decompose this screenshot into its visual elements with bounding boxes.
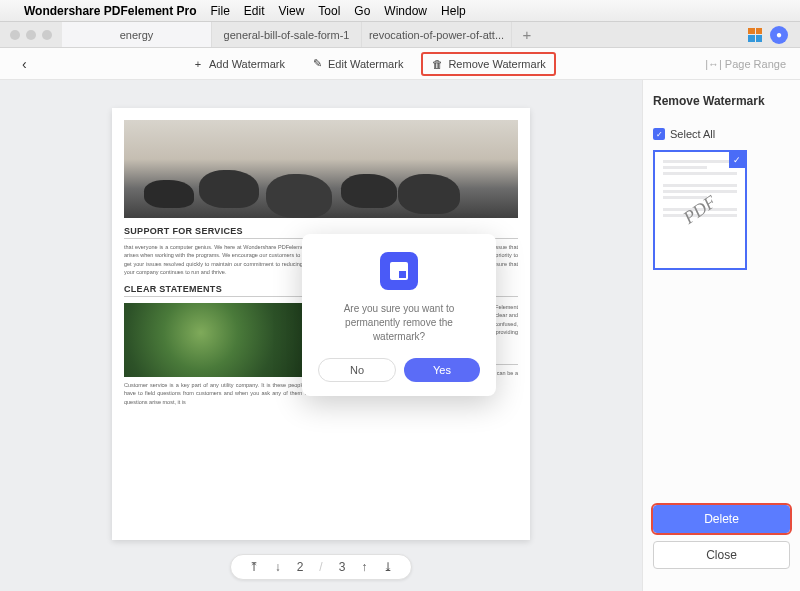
tabs: energy general-bill-of-sale-form-1 revoc…	[62, 22, 800, 47]
remove-watermark-label: Remove Watermark	[448, 58, 545, 70]
app-name[interactable]: Wondershare PDFelement Pro	[24, 4, 197, 18]
pencil-icon: ✎	[311, 58, 323, 70]
add-watermark-label: Add Watermark	[209, 58, 285, 70]
section-body-clear-left: Customer service is a key part of any ut…	[124, 381, 316, 406]
tabbar: energy general-bill-of-sale-form-1 revoc…	[0, 22, 800, 48]
next-page-icon[interactable]: ↑	[361, 560, 367, 574]
select-all-row[interactable]: ✓ Select All	[653, 128, 790, 140]
sidebar-title: Remove Watermark	[653, 94, 790, 108]
page-range-button[interactable]: |↔| Page Range	[705, 58, 786, 70]
no-button[interactable]: No	[318, 358, 396, 382]
remove-watermark-button[interactable]: 🗑 Remove Watermark	[421, 52, 555, 76]
plus-icon: +	[192, 58, 204, 70]
menubar: Wondershare PDFelement Pro File Edit Vie…	[0, 0, 800, 22]
tab-energy[interactable]: energy	[62, 22, 212, 47]
page-navigator: ⤒ ↓ 2 / 3 ↑ ⤓	[230, 554, 413, 580]
menu-help[interactable]: Help	[441, 4, 466, 18]
app-logo-icon	[380, 252, 418, 290]
prev-page-icon[interactable]: ↓	[275, 560, 281, 574]
delete-button[interactable]: Delete	[653, 505, 790, 533]
minimize-window-icon[interactable]	[26, 30, 36, 40]
add-tab-button[interactable]: +	[512, 22, 542, 47]
window-controls	[0, 30, 62, 40]
sidebar: Remove Watermark ✓ Select All ✓ PDF Dele…	[642, 80, 800, 591]
page-range-icon: |↔|	[705, 58, 722, 70]
yes-button[interactable]: Yes	[404, 358, 480, 382]
column-image-left	[124, 303, 316, 377]
last-page-icon[interactable]: ⤓	[383, 560, 393, 574]
page-hero-image	[124, 120, 518, 218]
dialog-message: Are you sure you want to permanently rem…	[318, 302, 480, 344]
trash-icon: 🗑	[431, 58, 443, 70]
menu-file[interactable]: File	[211, 4, 230, 18]
edit-watermark-button[interactable]: ✎ Edit Watermark	[303, 52, 411, 76]
total-pages: 3	[339, 560, 346, 574]
toolbar: ‹ + Add Watermark ✎ Edit Watermark 🗑 Rem…	[0, 48, 800, 80]
first-page-icon[interactable]: ⤒	[249, 560, 259, 574]
back-button[interactable]: ‹	[14, 56, 35, 72]
user-avatar[interactable]: ●	[770, 26, 788, 44]
page-range-label: Page Range	[725, 58, 786, 70]
menu-tool[interactable]: Tool	[318, 4, 340, 18]
edit-watermark-label: Edit Watermark	[328, 58, 403, 70]
menu-edit[interactable]: Edit	[244, 4, 265, 18]
checkbox-icon[interactable]: ✓	[653, 128, 665, 140]
grid-view-icon[interactable]	[748, 28, 762, 42]
select-all-label: Select All	[670, 128, 715, 140]
maximize-window-icon[interactable]	[42, 30, 52, 40]
close-window-icon[interactable]	[10, 30, 20, 40]
menu-go[interactable]: Go	[354, 4, 370, 18]
menu-view[interactable]: View	[279, 4, 305, 18]
tab-revocation[interactable]: revocation-of-power-of-att...	[362, 22, 512, 47]
menu-window[interactable]: Window	[384, 4, 427, 18]
check-icon: ✓	[729, 152, 745, 168]
confirm-dialog: Are you sure you want to permanently rem…	[302, 234, 496, 396]
watermark-preview[interactable]: ✓ PDF	[653, 150, 747, 270]
close-button[interactable]: Close	[653, 541, 790, 569]
page-separator: /	[319, 560, 322, 574]
current-page[interactable]: 2	[297, 560, 304, 574]
add-watermark-button[interactable]: + Add Watermark	[184, 52, 293, 76]
tab-bill-of-sale[interactable]: general-bill-of-sale-form-1	[212, 22, 362, 47]
